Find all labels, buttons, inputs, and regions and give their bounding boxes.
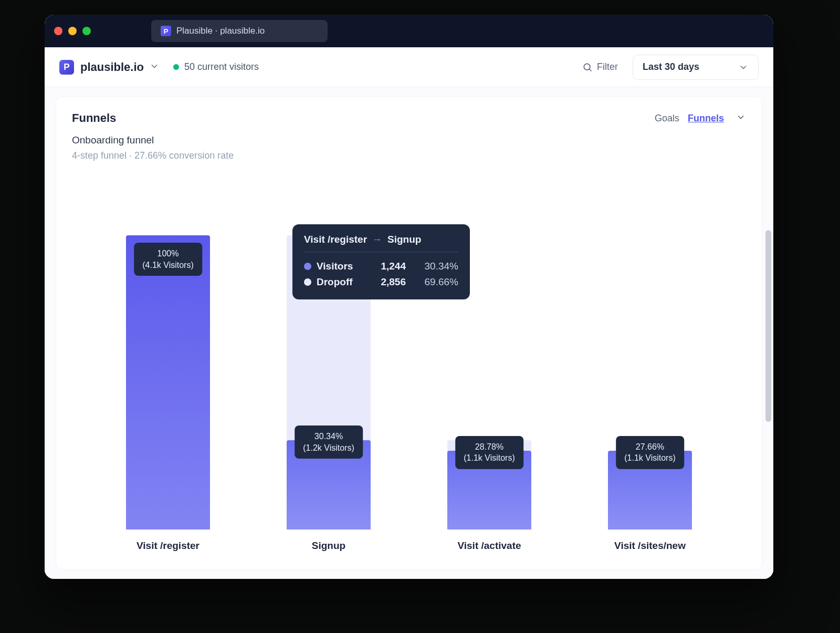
tooltip-row-pct: 69.66% xyxy=(411,276,458,288)
arrow-right-icon: → xyxy=(372,234,382,245)
chart-tooltip: Visit /register → Signup Visitors1,24430… xyxy=(292,224,470,299)
view-goals-link[interactable]: Goals xyxy=(655,113,679,124)
search-icon xyxy=(582,62,593,72)
series-dot-icon xyxy=(304,263,311,270)
tooltip-row-label: Visitors xyxy=(317,261,364,272)
browser-window: P Plausible · plausible.io P plausible.i… xyxy=(45,15,773,579)
axis-category-label: Visit /activate xyxy=(457,540,521,552)
site-name: plausible.io xyxy=(80,60,144,74)
tooltip-to: Signup xyxy=(387,234,421,245)
tab-favicon-icon: P xyxy=(161,26,171,36)
date-range-value: Last 30 days xyxy=(643,61,699,72)
tooltip-row-value: 1,244 xyxy=(369,261,406,272)
browser-tab[interactable]: P Plausible · plausible.io xyxy=(151,20,328,42)
axis-category-label: Visit /register xyxy=(136,540,200,552)
tooltip-from: Visit /register xyxy=(304,234,367,245)
bar-value-label: 30.34%(1.2k Visitors) xyxy=(295,426,363,459)
maximize-window-button[interactable] xyxy=(82,27,91,35)
current-visitors[interactable]: 50 current visitors xyxy=(184,61,259,72)
chevron-down-icon[interactable] xyxy=(149,61,160,74)
tooltip-row-pct: 30.34% xyxy=(411,261,458,272)
titlebar: P Plausible · plausible.io xyxy=(45,15,773,47)
minimize-window-button[interactable] xyxy=(68,27,77,35)
card-header: Funnels Goals Funnels xyxy=(72,111,746,125)
top-toolbar: P plausible.io 50 current visitors Filte… xyxy=(45,47,773,87)
axis-category-label: Signup xyxy=(312,540,345,552)
chevron-down-icon[interactable] xyxy=(736,112,746,124)
page-body: P plausible.io 50 current visitors Filte… xyxy=(45,47,773,579)
bar-value-label: 100%(4.1k Visitors) xyxy=(134,243,202,276)
visitors-bar xyxy=(126,235,210,530)
view-funnels-link[interactable]: Funnels xyxy=(688,113,724,124)
traffic-lights xyxy=(54,27,91,35)
chevron-down-icon xyxy=(738,62,749,72)
scrollbar[interactable] xyxy=(765,230,771,422)
bar-wrap: 100%(4.1k Visitors) xyxy=(126,235,210,530)
filter-label: Filter xyxy=(597,61,618,72)
svg-point-0 xyxy=(584,64,590,70)
filter-button[interactable]: Filter xyxy=(575,57,625,77)
tab-title: Plausible · plausible.io xyxy=(176,26,265,36)
axis-category-label: Visit /sites/new xyxy=(614,540,686,552)
funnel-meta: 4-step funnel · 27.66% conversion rate xyxy=(72,150,746,161)
card-title: Funnels xyxy=(72,111,116,125)
chart-column[interactable]: 27.66%(1.1k Visitors)Visit /sites/new xyxy=(570,235,730,552)
funnel-chart: Visit /register → Signup Visitors1,24430… xyxy=(72,161,746,552)
live-status-dot-icon xyxy=(173,64,179,70)
tooltip-row: Visitors1,24430.34% xyxy=(304,258,458,274)
bar-value-label: 27.66%(1.1k Visitors) xyxy=(616,436,684,469)
funnels-card: Funnels Goals Funnels Onboarding funnel … xyxy=(56,97,762,569)
svg-line-1 xyxy=(590,69,592,71)
chart-column[interactable]: 100%(4.1k Visitors)Visit /register xyxy=(88,235,248,552)
series-dot-icon xyxy=(304,278,311,286)
funnel-name: Onboarding funnel xyxy=(72,134,746,146)
tooltip-row-value: 2,856 xyxy=(369,276,406,288)
tooltip-row-label: Dropoff xyxy=(317,276,364,288)
close-window-button[interactable] xyxy=(54,27,62,35)
tooltip-row: Dropoff2,85669.66% xyxy=(304,274,458,290)
bar-value-label: 28.78%(1.1k Visitors) xyxy=(455,436,523,469)
bar-wrap: 27.66%(1.1k Visitors) xyxy=(608,235,692,530)
plausible-logo-icon: P xyxy=(59,60,74,75)
date-range-select[interactable]: Last 30 days xyxy=(633,55,759,80)
